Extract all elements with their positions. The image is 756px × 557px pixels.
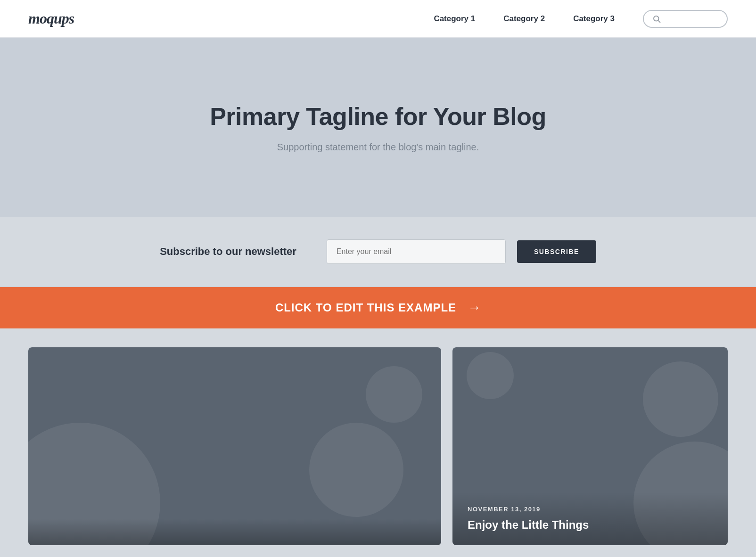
newsletter-section: Subscribe to our newsletter SUBSCRIBE — [0, 217, 756, 287]
newsletter-label: Subscribe to our newsletter — [160, 246, 296, 258]
search-input[interactable] — [665, 15, 718, 23]
navbar: moqups Category 1 Category 2 Category 3 — [0, 0, 756, 38]
email-input[interactable] — [327, 239, 506, 264]
decorative-circle — [309, 423, 403, 517]
cards-section: NOVEMBER 13, 2019 Enjoy the Little Thing… — [0, 328, 756, 557]
hero-subtitle: Supporting statement for the blog's main… — [277, 142, 479, 153]
svg-line-1 — [658, 20, 660, 22]
subscribe-button[interactable]: SUBSCRIBE — [517, 240, 596, 263]
decorative-circle — [467, 352, 514, 399]
hero-title: Primary Tagline for Your Blog — [210, 102, 546, 131]
nav-menu: Category 1 Category 2 Category 3 — [434, 14, 615, 24]
cta-banner[interactable]: CLICK TO EDIT THIS EXAMPLE → — [0, 287, 756, 328]
nav-item-category3[interactable]: Category 3 — [573, 14, 615, 24]
hero-section: Primary Tagline for Your Blog Supporting… — [0, 38, 756, 217]
card-1-bg — [28, 347, 441, 545]
card-2[interactable]: NOVEMBER 13, 2019 Enjoy the Little Thing… — [452, 347, 728, 545]
card-2-date: NOVEMBER 13, 2019 — [468, 506, 713, 513]
cta-text: CLICK TO EDIT THIS EXAMPLE — [275, 301, 456, 314]
card-2-title: Enjoy the Little Things — [468, 517, 713, 532]
card-2-content: NOVEMBER 13, 2019 Enjoy the Little Thing… — [452, 492, 728, 545]
logo[interactable]: moqups — [28, 10, 74, 27]
decorative-circle — [366, 366, 422, 423]
nav-item-category2[interactable]: Category 2 — [503, 14, 545, 24]
card-1[interactable] — [28, 347, 441, 545]
card-1-content — [28, 519, 441, 545]
search-box[interactable] — [643, 10, 728, 28]
cta-arrow-icon: → — [468, 300, 481, 315]
search-icon — [652, 15, 661, 23]
decorative-circle — [643, 361, 718, 437]
nav-item-category1[interactable]: Category 1 — [434, 14, 475, 24]
